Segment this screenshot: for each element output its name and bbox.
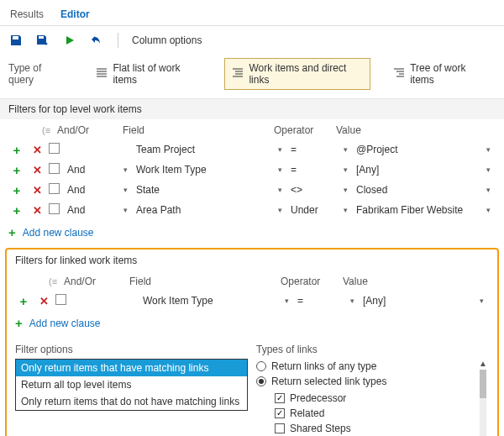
scrollbar[interactable]: ▲ ▼ — [477, 359, 489, 436]
value-cell[interactable]: @Project▾ — [356, 144, 496, 155]
row-checkbox[interactable] — [49, 163, 60, 174]
delete-row-icon[interactable]: ✕ — [29, 204, 45, 217]
chevron-down-icon: ▾ — [486, 206, 491, 214]
filter-row: +✕Work Item Type▾=▾[Any]▾ — [15, 291, 489, 311]
link-type-check[interactable]: Shared Steps — [275, 421, 474, 436]
radio-icon — [256, 376, 266, 386]
field-cell[interactable]: Team Project▾ — [136, 144, 287, 155]
col-operator: Operator — [281, 276, 343, 287]
checkbox-icon — [275, 393, 285, 403]
list-item[interactable]: Only return items that do not have match… — [16, 393, 247, 410]
query-type-direct-label: Work items and direct links — [249, 62, 363, 86]
add-row-icon[interactable]: + — [8, 183, 25, 197]
row-checkbox[interactable] — [49, 143, 60, 154]
chevron-down-icon: ▾ — [350, 297, 354, 305]
col-field: Field — [129, 276, 281, 287]
top-filters-header: Filters for top level work items — [0, 98, 504, 119]
types-of-links-title: Types of links — [256, 344, 489, 355]
chevron-down-icon: ▾ — [278, 186, 282, 194]
query-type-label: Type of query — [8, 62, 66, 86]
add-clause-icon[interactable]: + — [8, 225, 16, 239]
add-row-icon[interactable]: + — [8, 143, 25, 157]
row-checkbox[interactable] — [49, 203, 60, 214]
scroll-up-icon[interactable]: ▲ — [479, 359, 487, 368]
chevron-down-icon: ▾ — [344, 145, 348, 154]
link-type-check[interactable]: Predecessor — [275, 391, 474, 406]
group-icon: (≡ — [49, 276, 57, 286]
value-cell[interactable]: Closed▾ — [356, 184, 496, 196]
linked-items-highlight: Filters for linked work items (≡ And/Or … — [5, 248, 499, 436]
value-cell[interactable]: [Any]▾ — [356, 164, 496, 176]
radio-icon — [256, 361, 266, 371]
chevron-down-icon: ▾ — [344, 186, 348, 194]
tab-results[interactable]: Results — [8, 5, 45, 25]
add-row-icon[interactable]: + — [8, 163, 25, 177]
operator-cell[interactable]: Under▾ — [291, 204, 353, 216]
andor-cell[interactable]: And▾ — [67, 204, 133, 216]
chevron-down-icon: ▾ — [123, 206, 128, 214]
add-clause-icon[interactable]: + — [15, 316, 23, 330]
radio-label: Return links of any type — [271, 360, 376, 372]
add-clause-link[interactable]: Add new clause — [23, 227, 94, 239]
andor-cell[interactable]: And▾ — [67, 164, 133, 176]
col-field: Field — [123, 124, 274, 136]
filter-row: +✕And▾Area Path▾Under▾Fabrikam Fiber Web… — [8, 200, 496, 220]
filter-row: +✕And▾Work Item Type▾=▾[Any]▾ — [8, 160, 496, 180]
radio-selected-types[interactable]: Return selected link types — [256, 374, 474, 389]
tab-editor[interactable]: Editor — [59, 5, 92, 25]
chevron-down-icon: ▾ — [285, 297, 289, 305]
query-type-direct-links[interactable]: Work items and direct links — [224, 58, 370, 90]
operator-cell[interactable]: =▾ — [297, 295, 360, 307]
link-type-check[interactable]: Related — [275, 406, 474, 421]
operator-cell[interactable]: <>▾ — [291, 184, 353, 196]
col-value: Value — [336, 124, 496, 136]
filter-options-title: Filter options — [15, 344, 248, 355]
operator-cell[interactable]: =▾ — [291, 144, 353, 155]
group-icon: (≡ — [42, 125, 50, 135]
add-row-icon[interactable]: + — [15, 294, 32, 308]
delete-row-icon[interactable]: ✕ — [29, 164, 45, 176]
query-type-tree-label: Tree of work items — [410, 62, 488, 86]
chevron-down-icon: ▾ — [278, 165, 282, 174]
row-checkbox[interactable] — [49, 183, 60, 194]
andor-cell[interactable]: And▾ — [67, 184, 133, 196]
field-cell[interactable]: State▾ — [136, 184, 287, 196]
query-type-flat-label: Flat list of work items — [113, 62, 202, 86]
chevron-down-icon: ▾ — [486, 145, 491, 154]
checkbox-icon — [275, 423, 285, 433]
list-item[interactable]: Only return items that have matching lin… — [16, 360, 247, 376]
checkbox-label: Predecessor — [290, 392, 346, 404]
column-options-button[interactable]: Column options — [132, 34, 202, 46]
checkbox-label: Related — [290, 407, 324, 419]
chevron-down-icon: ▾ — [123, 186, 128, 194]
scroll-thumb[interactable] — [480, 370, 486, 398]
add-row-icon[interactable]: + — [8, 203, 25, 218]
query-type-flat[interactable]: Flat list of work items — [88, 58, 209, 90]
value-cell[interactable]: [Any]▾ — [363, 295, 489, 307]
chevron-down-icon: ▾ — [480, 297, 484, 305]
row-checkbox[interactable] — [55, 294, 66, 305]
delete-row-icon[interactable]: ✕ — [29, 144, 45, 156]
toolbar-separator — [118, 33, 118, 48]
run-icon[interactable] — [62, 33, 77, 48]
field-cell[interactable]: Work Item Type▾ — [136, 164, 287, 176]
flat-list-icon — [96, 68, 108, 81]
operator-cell[interactable]: =▾ — [291, 164, 353, 176]
chevron-down-icon: ▾ — [344, 206, 348, 214]
save-icon[interactable] — [8, 33, 24, 48]
filter-options-listbox[interactable]: Only return items that have matching lin… — [15, 359, 248, 411]
value-cell[interactable]: Fabrikam Fiber Website▾ — [356, 204, 496, 216]
save-as-icon[interactable] — [35, 33, 50, 48]
delete-row-icon[interactable]: ✕ — [29, 184, 45, 197]
linked-filters-header: Filters for linked work items — [7, 250, 497, 271]
direct-links-icon — [232, 68, 244, 81]
field-cell[interactable]: Work Item Type▾ — [143, 295, 294, 307]
delete-row-icon[interactable]: ✕ — [35, 295, 52, 307]
radio-any-type[interactable]: Return links of any type — [256, 359, 474, 374]
query-type-tree[interactable]: Tree of work items — [386, 58, 496, 90]
field-cell[interactable]: Area Path▾ — [136, 204, 287, 216]
add-clause-link[interactable]: Add new clause — [29, 318, 101, 329]
undo-icon[interactable] — [89, 33, 104, 48]
list-item[interactable]: Return all top level items — [16, 376, 247, 393]
filter-row: +✕Team Project▾=▾@Project▾ — [8, 139, 496, 160]
